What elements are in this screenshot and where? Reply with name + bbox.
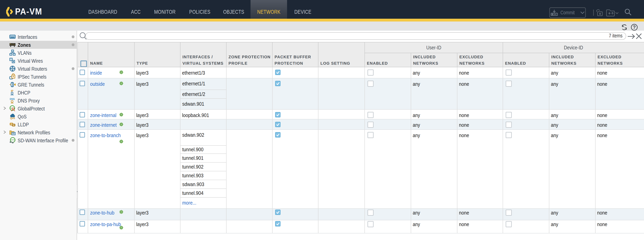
- svg-text:DNS: DNS: [10, 98, 15, 100]
- svg-text:QoS: QoS: [10, 117, 15, 119]
- svg-text:?: ?: [633, 25, 636, 30]
